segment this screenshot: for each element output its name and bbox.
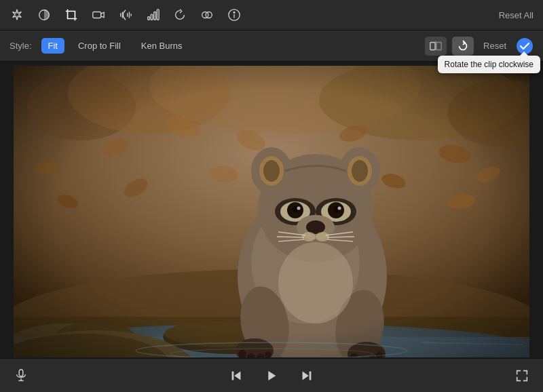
svg-marker-98 bbox=[303, 371, 309, 380]
svg-rect-12 bbox=[436, 42, 441, 50]
top-toolbar: Reset All bbox=[0, 0, 543, 31]
svg-marker-97 bbox=[268, 370, 276, 380]
audio-icon[interactable] bbox=[118, 7, 133, 22]
main-area bbox=[0, 66, 543, 361]
svg-rect-91 bbox=[14, 66, 529, 357]
svg-rect-92 bbox=[19, 369, 23, 376]
reset-button[interactable]: Reset bbox=[479, 38, 510, 54]
auto-enhance-icon[interactable] bbox=[10, 7, 24, 22]
svg-marker-95 bbox=[234, 371, 240, 380]
speed-icon[interactable] bbox=[145, 7, 160, 22]
next-button[interactable] bbox=[299, 368, 314, 383]
svg-rect-1 bbox=[93, 12, 101, 18]
style-label: Style: bbox=[10, 41, 32, 51]
flip-horizontal-button[interactable] bbox=[425, 37, 447, 56]
ken-burns-button[interactable]: Ken Burns bbox=[134, 38, 189, 54]
svg-rect-3 bbox=[151, 14, 153, 20]
svg-rect-4 bbox=[154, 12, 156, 20]
reset-all-button[interactable]: Reset All bbox=[499, 10, 533, 20]
svg-rect-99 bbox=[310, 371, 312, 380]
svg-point-10 bbox=[233, 12, 235, 13]
toolbar-icons bbox=[10, 7, 242, 22]
crop-icon[interactable] bbox=[64, 7, 79, 22]
previous-button[interactable] bbox=[229, 368, 244, 383]
filter-icon[interactable] bbox=[200, 7, 214, 22]
play-button[interactable] bbox=[264, 368, 279, 383]
svg-point-7 bbox=[206, 12, 212, 18]
svg-rect-2 bbox=[148, 17, 150, 20]
bottom-controls bbox=[0, 358, 543, 392]
crop-to-fill-button[interactable]: Crop to Fill bbox=[71, 38, 128, 54]
rotate-clockwise-button[interactable] bbox=[452, 37, 474, 56]
fit-button[interactable]: Fit bbox=[41, 38, 64, 54]
bottom-left-controls bbox=[14, 368, 29, 383]
svg-rect-5 bbox=[157, 9, 159, 20]
fullscreen-button[interactable] bbox=[514, 368, 529, 383]
rotate-tooltip: Rotate the clip clockwise bbox=[438, 56, 540, 73]
svg-rect-96 bbox=[232, 371, 234, 380]
video-camera-icon[interactable] bbox=[91, 7, 106, 22]
video-container bbox=[14, 66, 529, 357]
rotation-icon[interactable] bbox=[172, 7, 187, 22]
bottom-right-controls bbox=[514, 368, 529, 383]
microphone-button[interactable] bbox=[14, 368, 29, 383]
color-wheel-icon[interactable] bbox=[37, 7, 52, 22]
svg-rect-11 bbox=[430, 42, 435, 50]
style-right-controls: Reset bbox=[425, 37, 533, 56]
info-icon[interactable] bbox=[227, 7, 242, 22]
bottom-center-controls bbox=[229, 368, 314, 383]
